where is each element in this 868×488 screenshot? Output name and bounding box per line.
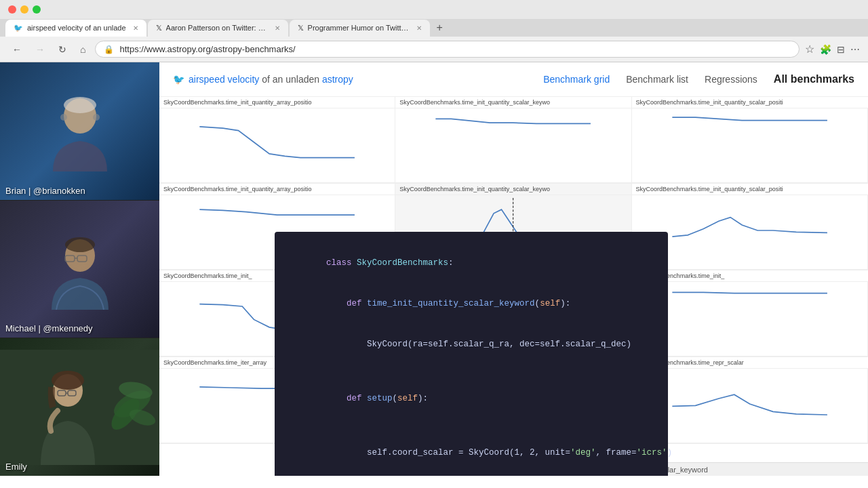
traffic-lights	[8, 5, 41, 14]
nav-all-benchmarks[interactable]: All benchmarks	[774, 70, 854, 88]
tab-2-label: Aaron Patterson on Twitter: "I h	[166, 24, 268, 32]
logo-velocity-link[interactable]: airspeed velocity	[189, 74, 259, 85]
video-sidebar: Brian | @brianokken	[0, 62, 159, 476]
tab-2[interactable]: 𝕏 Aaron Patterson on Twitter: "I h ✕	[148, 20, 288, 37]
tab-1-label: airspeed velocity of an unlade	[27, 24, 126, 32]
logo-text-middle: of an unladen	[262, 74, 322, 85]
svg-point-5	[65, 237, 95, 252]
label-6: SkyCoordBenchmarks.time_init_quantity_sc…	[632, 184, 868, 195]
video-panel-michael: Michael | @mkennedy	[0, 201, 159, 339]
home-button[interactable]: ⌂	[76, 43, 90, 56]
bookmark-button[interactable]: ☆	[805, 43, 814, 56]
code-line-blank-1	[285, 365, 657, 378]
michael-name-badge: Michael | @mkennedy	[5, 323, 93, 333]
chart-row-1	[159, 108, 868, 184]
logo-astropy-link[interactable]: astropy	[322, 74, 353, 85]
chart-cell-2[interactable]	[395, 108, 631, 183]
code-line-4: def setup(self):	[285, 378, 657, 419]
tab-3-icon: 𝕏	[298, 24, 304, 33]
emily-name-badge: Emily	[5, 462, 27, 472]
logo-area: 🐦 airspeed velocity of an unladen astrop…	[173, 74, 353, 85]
logo-text: airspeed velocity of an unladen astropy	[189, 74, 353, 85]
michael-silhouette	[39, 228, 121, 310]
code-line-1: class SkyCoordBenchmarks:	[285, 243, 657, 283]
traffic-light-yellow[interactable]	[20, 5, 28, 14]
label-2: SkyCoordBenchmarks.time_init_quantity_sc…	[395, 97, 631, 108]
chart-cell-3[interactable]	[632, 108, 868, 183]
main-layout: Brian | @brianokken	[0, 62, 868, 476]
tab-1-close[interactable]: ✕	[133, 24, 138, 32]
tab-1-icon: 🐦	[14, 24, 23, 33]
svg-point-1	[64, 97, 96, 113]
address-bar: ← → ↻ ⌂ 🔒 https://www.astropy.org/astrop…	[0, 37, 868, 62]
sidebar-icon[interactable]: ⊟	[837, 44, 845, 55]
chart-svg-3	[635, 111, 865, 165]
browser-chrome: 🐦 airspeed velocity of an unlade ✕ 𝕏 Aar…	[0, 0, 868, 62]
label-4: SkyCoordBenchmarks.time_init_quantity_ar…	[159, 184, 395, 195]
video-panel-emily: Emily	[0, 338, 159, 476]
nav-benchmark-grid[interactable]: Benchmark grid	[543, 71, 610, 87]
logo-icon: 🐦	[173, 74, 184, 85]
video-panel-brian: Brian | @brianokken	[0, 62, 159, 201]
site-nav: Benchmark grid Benchmark list Regression…	[543, 70, 854, 88]
chart-svg-1	[162, 111, 392, 165]
code-line-blank-3	[285, 473, 657, 476]
code-line-2: def time_init_quantity_scalar_keyword(se…	[285, 283, 657, 324]
chart-labels-row-1: SkyCoordBenchmarks.time_init_quantity_ar…	[159, 97, 868, 108]
brian-name-badge: Brian | @brianokken	[5, 186, 85, 196]
svg-point-3	[93, 114, 100, 121]
nav-regressions[interactable]: Regressions	[705, 71, 757, 87]
extensions-icon[interactable]: 🧩	[820, 44, 831, 55]
chart-svg-9	[635, 285, 865, 339]
site-header: 🐦 airspeed velocity of an unladen astrop…	[159, 62, 868, 97]
url-bar[interactable]: 🔒 https://www.astropy.org/astropy-benchm…	[95, 41, 800, 58]
michael-avatar	[0, 201, 159, 338]
tab-3[interactable]: 𝕏 Programmer Humor on Twitter: ... ✕	[290, 20, 430, 37]
chart-cell-1[interactable]	[159, 108, 395, 183]
code-overlay: class SkyCoordBenchmarks: def time_init_…	[275, 232, 668, 476]
tabs-bar: 🐦 airspeed velocity of an unlade ✕ 𝕏 Aar…	[0, 19, 868, 37]
label-5: SkyCoordBenchmarks.time_init_quantity_sc…	[395, 184, 631, 195]
label-1: SkyCoordBenchmarks.time_init_quantity_ar…	[159, 97, 395, 108]
chart-svg-6	[635, 198, 865, 252]
label-3: SkyCoordBenchmarks.time_init_quantity_sc…	[632, 97, 868, 108]
traffic-light-green[interactable]	[33, 5, 41, 14]
emily-background	[0, 350, 159, 465]
traffic-light-red[interactable]	[8, 5, 16, 14]
svg-point-15	[52, 371, 84, 390]
tab-1[interactable]: 🐦 airspeed velocity of an unlade ✕	[5, 20, 146, 37]
brian-avatar	[0, 62, 159, 200]
title-bar	[0, 0, 868, 19]
web-content: 🐦 airspeed velocity of an unladen astrop…	[159, 62, 868, 476]
chart-labels-row-2: SkyCoordBenchmarks.time_init_quantity_ar…	[159, 184, 868, 195]
refresh-button[interactable]: ↻	[54, 43, 71, 56]
new-tab-button[interactable]: +	[431, 19, 448, 37]
brian-silhouette	[39, 90, 121, 171]
tab-3-close[interactable]: ✕	[416, 24, 422, 32]
forward-button[interactable]: →	[31, 43, 49, 56]
lock-icon: 🔒	[104, 45, 114, 54]
code-line-3: SkyCoord(ra=self.scalar_q_ra, dec=self.s…	[285, 324, 657, 365]
back-button[interactable]: ←	[8, 43, 26, 56]
code-line-5: self.coord_scalar = SkyCoord(1, 2, unit=…	[285, 432, 657, 473]
toolbar-icons: 🧩 ⊟ ⋯	[820, 44, 860, 55]
chart-svg-12	[635, 371, 865, 426]
code-line-blank-2	[285, 419, 657, 432]
tab-2-icon: 𝕏	[156, 24, 162, 33]
emily-avatar	[0, 338, 159, 476]
tab-3-label: Programmer Humor on Twitter: ...	[308, 24, 410, 32]
chart-svg-2	[398, 111, 628, 165]
url-text: https://www.astropy.org/astropy-benchmar…	[119, 44, 791, 54]
more-icon[interactable]: ⋯	[850, 44, 860, 55]
nav-benchmark-list[interactable]: Benchmark list	[626, 71, 688, 87]
svg-point-2	[60, 114, 67, 121]
tab-2-close[interactable]: ✕	[275, 24, 280, 32]
